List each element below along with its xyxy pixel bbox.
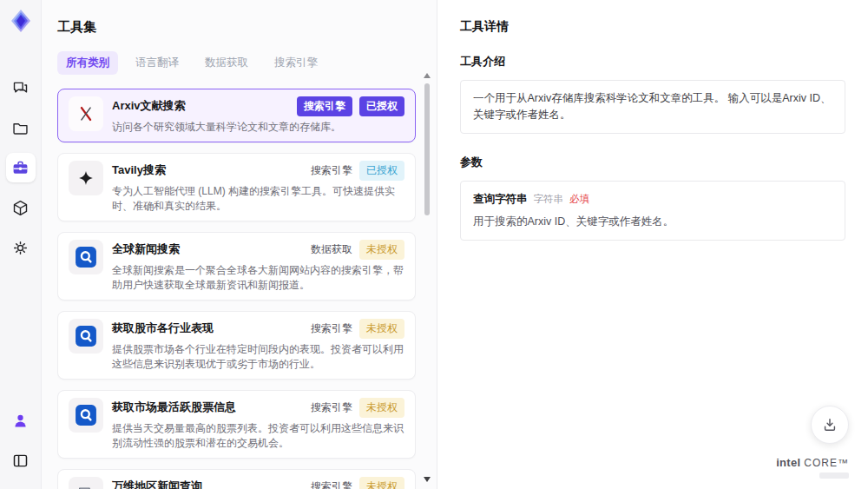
tool-card[interactable]: 全球新闻搜索 数据获取 未授权 全球新闻搜索是一个聚合全球各大新闻网站内容的搜索… [57, 232, 416, 301]
tool-description: 提供当天交易量最高的股票列表。投资者可以利用这些信息来识别流动性强的股票和潜在的… [112, 421, 404, 451]
intel-core-logo: intel CORE™ [776, 454, 849, 479]
parameter-description: 用于搜索的Arxiv ID、关键字或作者姓名。 [473, 215, 832, 229]
newspaper-icon [69, 477, 103, 489]
tab-language-translation[interactable]: 语言翻译 [127, 51, 187, 75]
list-scrollbar[interactable] [423, 73, 431, 482]
folder-icon[interactable] [6, 113, 36, 142]
params-heading: 参数 [460, 155, 845, 170]
toolbox-icon[interactable] [6, 153, 36, 182]
package-icon[interactable] [6, 193, 36, 222]
tool-card[interactable]: 获取股市各行业表现 搜索引擎 未授权 提供股票市场各个行业在特定时间段内的表现。… [57, 311, 416, 380]
tool-title: Arxiv文献搜索 [112, 96, 186, 114]
category-label: 搜索引擎 [311, 321, 352, 336]
category-label: 搜索引擎 [311, 163, 352, 178]
tool-title: 全球新闻搜索 [112, 240, 180, 257]
intro-heading: 工具介绍 [460, 54, 845, 69]
download-button[interactable] [811, 406, 849, 444]
tool-description: 专为人工智能代理 (LLM) 构建的搜索引擎工具。可快速提供实时、准确和真实的结… [112, 184, 404, 214]
page-title: 工具集 [57, 19, 416, 36]
category-tabs: 所有类别 语言翻译 数据获取 搜索引擎 [57, 51, 416, 75]
brand-sub-bar [819, 472, 849, 479]
auth-badge: 未授权 [359, 398, 404, 418]
tool-description: 提供股票市场各个行业在特定时间段内的表现。投资者可以利用这些信息来识别表现优于或… [112, 342, 404, 372]
app-window: 工具集 所有类别 语言翻译 数据获取 搜索引擎 Arxiv文献搜索 [0, 0, 868, 489]
tab-search-engine[interactable]: 搜索引擎 [266, 51, 326, 75]
app-logo [7, 7, 35, 35]
search-app-icon [69, 319, 103, 354]
auth-badge: 已授权 [359, 161, 404, 181]
sparkle-icon [69, 161, 103, 195]
chat-icon[interactable] [6, 73, 36, 102]
download-icon [821, 416, 838, 433]
arxiv-logo-icon [69, 96, 103, 131]
auth-badge: 已授权 [359, 96, 404, 116]
tool-card[interactable]: 万维地区新闻查询 搜索引擎 未授权 查询具体行政区划内的新闻，快速了解各地新闻动 [57, 469, 416, 489]
search-app-icon [69, 240, 103, 274]
tab-all-categories[interactable]: 所有类别 [57, 51, 118, 75]
tool-list-panel: 工具集 所有类别 语言翻译 数据获取 搜索引擎 Arxiv文献搜索 [42, 0, 437, 489]
tool-title: 获取市场最活跃股票信息 [112, 398, 236, 415]
parameter-type: 字符串 [534, 193, 564, 206]
detail-title: 工具详情 [460, 19, 845, 35]
sidebar [0, 0, 42, 489]
scroll-up-icon[interactable] [424, 73, 431, 78]
tool-list: Arxiv文献搜索 搜索引擎 已授权 访问各个研究领域大量科学论文和文章的存储库… [57, 89, 416, 489]
tool-card[interactable]: 获取市场最活跃股票信息 搜索引擎 未授权 提供当天交易量最高的股票列表。投资者可… [57, 390, 416, 459]
tool-intro-text: 一个用于从Arxiv存储库搜索科学论文和文章的工具。 输入可以是Arxiv ID… [460, 80, 845, 134]
tool-card[interactable]: Arxiv文献搜索 搜索引擎 已授权 访问各个研究领域大量科学论文和文章的存储库… [57, 89, 416, 142]
category-badge: 搜索引擎 [297, 96, 352, 116]
parameter-name: 查询字符串 [473, 192, 528, 207]
parameter-item: 查询字符串 字符串 必填 用于搜索的Arxiv ID、关键字或作者姓名。 [460, 181, 845, 241]
category-label: 搜索引擎 [311, 400, 352, 415]
parameter-required-badge: 必填 [569, 193, 589, 206]
scrollbar-thumb[interactable] [424, 83, 430, 215]
tool-title: 获取股市各行业表现 [112, 319, 214, 336]
search-app-icon [69, 398, 103, 433]
brand-intel-text: intel [776, 456, 800, 469]
tool-card[interactable]: Tavily搜索 搜索引擎 已授权 专为人工智能代理 (LLM) 构建的搜索引擎… [57, 153, 416, 221]
tool-title: Tavily搜索 [112, 161, 166, 178]
settings-icon[interactable] [6, 233, 36, 262]
scroll-down-icon[interactable] [424, 477, 431, 482]
auth-badge: 未授权 [359, 319, 404, 339]
brand-core-text: CORE™ [804, 457, 849, 469]
tab-data-fetching[interactable]: 数据获取 [196, 51, 257, 75]
user-icon[interactable] [6, 406, 36, 435]
panel-toggle-icon[interactable] [6, 446, 36, 475]
tool-title: 万维地区新闻查询 [112, 477, 202, 489]
tool-description: 全球新闻搜索是一个聚合全球各大新闻网站内容的搜索引擎，帮助用户快速获取全球最新资… [112, 263, 404, 293]
tool-detail-panel: 工具详情 工具介绍 一个用于从Arxiv存储库搜索科学论文和文章的工具。 输入可… [437, 0, 868, 489]
auth-badge: 未授权 [359, 240, 404, 260]
category-label: 数据获取 [311, 242, 352, 257]
auth-badge: 未授权 [359, 477, 404, 489]
tool-description: 访问各个研究领域大量科学论文和文章的存储库。 [112, 120, 404, 135]
category-label: 搜索引擎 [311, 479, 352, 489]
